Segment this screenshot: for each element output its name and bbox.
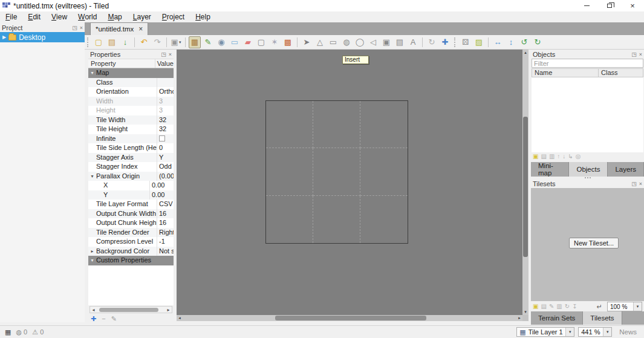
property-row-output-chunk-width[interactable]: Output Chunk Width16 — [88, 209, 174, 219]
property-row-tile-side-length-hex[interactable]: Tile Side Length (Hex)0 — [88, 143, 174, 153]
menu-file[interactable]: File — [0, 11, 22, 22]
insert-text-icon[interactable]: A — [407, 36, 419, 48]
menu-edit[interactable]: Edit — [22, 11, 46, 22]
property-value[interactable] — [157, 78, 174, 88]
tab-terrain-sets[interactable]: Terrain Sets — [531, 311, 583, 325]
property-value[interactable]: 32 — [157, 125, 174, 134]
close-panel-icon[interactable]: × — [639, 51, 642, 57]
property-row-parallax-origin[interactable]: ▾Parallax Origin(0.00, 0.00) — [88, 172, 174, 181]
expand-arrow-icon[interactable]: ▾ — [88, 256, 96, 265]
export-tileset-icon[interactable]: ↧ — [572, 304, 577, 310]
scrollbar-thumb[interactable] — [523, 117, 528, 257]
rotate-tool-icon[interactable]: ↻ — [426, 36, 438, 48]
flip-horizontal-icon[interactable]: ↔ — [492, 36, 504, 48]
add-object-icon[interactable]: ▣ — [533, 154, 538, 160]
warning-count[interactable]: ⚠ 0 — [32, 328, 44, 336]
property-value[interactable]: Right Down — [157, 228, 174, 238]
raise-object-icon[interactable]: ↑ — [557, 154, 560, 160]
toolbar-drag-handle[interactable] — [87, 37, 89, 47]
canvas-horizontal-scrollbar[interactable]: ◂ ▸ — [177, 315, 522, 321]
expand-arrow-icon[interactable]: ▾ — [88, 68, 96, 77]
property-row-width[interactable]: Width3 — [88, 97, 174, 106]
property-row-background-color[interactable]: ▸Background ColorNot set — [88, 247, 174, 256]
embed-tileset-icon[interactable]: ▤ — [541, 304, 546, 310]
property-row-tile-render-order[interactable]: Tile Render OrderRight Down — [88, 228, 174, 238]
menu-project[interactable]: Project — [157, 11, 190, 22]
automap-icon[interactable]: ▨ — [473, 36, 485, 48]
rotate-left-icon[interactable]: ↺ — [518, 36, 530, 48]
rectangular-select-icon[interactable]: ▢ — [255, 36, 267, 48]
tab-mini-map[interactable]: Mini-map — [531, 162, 569, 177]
project-item-desktop[interactable]: ▶Desktop — [0, 32, 85, 42]
float-panel-icon[interactable]: ◳ — [161, 51, 166, 57]
new-map-icon[interactable]: ▢ — [93, 36, 105, 48]
property-row-stagger-axis[interactable]: Stagger AxisY — [88, 153, 174, 163]
flip-vertical-icon[interactable]: ↕ — [505, 36, 517, 48]
insert-ellipse-icon[interactable]: ◯ — [354, 36, 366, 48]
delete-tileset-icon[interactable]: ▥ — [556, 304, 562, 310]
rotate-right-icon[interactable]: ↻ — [532, 36, 544, 48]
tileset-zoom-select[interactable]: 100 % ▾ — [607, 302, 642, 311]
lower-object-icon[interactable]: ↓ — [562, 154, 565, 160]
expand-arrow-icon[interactable]: ▾ — [88, 172, 96, 181]
property-row-tile-width[interactable]: Tile Width32 — [88, 115, 174, 125]
property-row-class[interactable]: Class — [88, 78, 174, 88]
edit-polygons-icon[interactable]: △ — [314, 36, 326, 48]
eraser-icon[interactable]: ▰ — [242, 36, 254, 48]
minimize-button[interactable] — [575, 0, 598, 11]
offset-layers-icon[interactable]: ✚ — [439, 36, 451, 48]
random-mode-icon[interactable]: ⚄ — [460, 36, 472, 48]
insert-polygon-icon[interactable]: ◁ — [367, 36, 379, 48]
close-panel-icon[interactable]: × — [639, 181, 642, 187]
add-property-icon[interactable]: ✚ — [91, 316, 96, 322]
tab-close-icon[interactable]: × — [138, 25, 143, 33]
menu-world[interactable]: World — [73, 11, 102, 22]
error-count[interactable]: ◍ 0 — [16, 328, 27, 336]
property-value[interactable]: 3 — [157, 97, 174, 106]
objects-list[interactable] — [532, 77, 643, 152]
remove-property-icon[interactable]: − — [102, 316, 105, 322]
property-row-y[interactable]: Y0.00 — [88, 190, 174, 200]
property-value[interactable]: Y — [157, 153, 174, 163]
reload-tileset-icon[interactable]: ↻ — [565, 304, 570, 310]
open-file-icon[interactable]: ▤ — [106, 36, 118, 48]
properties-horizontal-scrollbar[interactable]: ◂ ▸ — [89, 306, 172, 313]
property-row-map[interactable]: ▾Map — [88, 68, 174, 78]
remove-objects-icon[interactable]: ▥ — [549, 154, 555, 160]
property-value[interactable]: 32 — [157, 115, 174, 125]
property-value[interactable]: 16 — [157, 218, 174, 228]
property-row-height[interactable]: Height3 — [88, 106, 174, 115]
restore-button[interactable] — [598, 0, 621, 11]
new-tileset-icon[interactable]: ▣ — [533, 304, 538, 310]
move-objects-to-layer-icon[interactable]: ↳ — [568, 154, 573, 160]
property-value[interactable]: 0 — [157, 143, 174, 153]
canvas-vertical-scrollbar[interactable]: ▴ ▾ — [522, 50, 529, 315]
property-row-custom-properties[interactable]: ▾Custom Properties — [88, 256, 174, 265]
new-tileset-button[interactable]: New Tileset... — [569, 238, 619, 249]
tab-tilesets[interactable]: Tilesets — [583, 311, 622, 325]
property-row-tile-height[interactable]: Tile Height32 — [88, 125, 174, 134]
float-panel-icon[interactable]: ◳ — [72, 25, 77, 31]
commands-dropdown-icon[interactable]: ▣▾ — [170, 36, 182, 48]
float-panel-icon[interactable]: ◳ — [631, 51, 637, 57]
select-objects-icon[interactable]: ➤ — [301, 36, 313, 48]
select-same-tile-icon[interactable]: ▩ — [282, 36, 294, 48]
save-icon[interactable]: ↓ — [119, 36, 131, 48]
property-value[interactable]: Odd — [157, 162, 174, 172]
property-value[interactable]: Orthogonal — [157, 87, 174, 97]
scroll-left-icon[interactable]: ◂ — [90, 307, 97, 313]
terrain-brush-icon[interactable]: ✎ — [202, 36, 214, 48]
property-row-infinite[interactable]: Infinite — [88, 134, 174, 144]
insert-tile-icon[interactable]: ▣ — [380, 36, 392, 48]
canvas-zoom-selector[interactable]: 441 % ▾ — [578, 327, 612, 337]
scroll-right-icon[interactable]: ▸ — [165, 307, 172, 313]
property-value[interactable]: CSV — [157, 200, 174, 209]
menu-view[interactable]: View — [46, 11, 73, 22]
property-row-x[interactable]: X0.00 — [88, 181, 174, 190]
property-row-stagger-index[interactable]: Stagger IndexOdd — [88, 162, 174, 172]
tab-objects[interactable]: Objects — [569, 162, 608, 177]
edit-property-icon[interactable]: ✎ — [111, 316, 117, 322]
property-value[interactable]: 16 — [157, 209, 174, 219]
property-value[interactable] — [157, 134, 174, 144]
insert-template-icon[interactable]: ▤ — [394, 36, 406, 48]
